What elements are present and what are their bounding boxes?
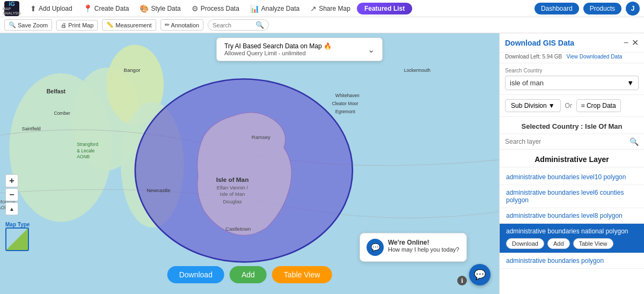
right-panel: Download GIS Data − ✕ Download Left: 5.9… [499, 33, 644, 294]
nav-right: Dashboard Products J [535, 2, 640, 16]
ai-banner-chevron-icon[interactable]: ⌄ [368, 45, 375, 55]
download-left-text: Download Left: 5.94 GB [505, 54, 562, 60]
map-add-button[interactable]: Add [230, 266, 267, 283]
crop-icon: ⌗ [581, 102, 585, 109]
featured-list-button[interactable]: Featured List [357, 3, 412, 14]
layer-item[interactable]: administrative boundaries level8 polygon [500, 208, 644, 224]
map-type-label: Map Type [5, 222, 30, 227]
panel-close-button[interactable]: ✕ [632, 38, 639, 48]
info-icon[interactable]: ℹ [457, 276, 467, 285]
add-upload-icon: ⬆ [30, 4, 36, 13]
create-data-icon: 📍 [83, 4, 92, 13]
svg-text:Castletown: Castletown [225, 226, 251, 232]
nav-analyze-data[interactable]: 📊 Analyze Data [246, 2, 304, 15]
svg-text:Cleator Moor: Cleator Moor [332, 101, 358, 106]
svg-text:Newcastle: Newcastle [147, 187, 170, 193]
nav-add-upload[interactable]: ⬆ Add Upload [26, 2, 77, 15]
table_view-button[interactable]: Table View [573, 238, 613, 249]
products-button[interactable]: Products [583, 3, 621, 14]
country-select[interactable]: isle of man ▼ [505, 76, 639, 90]
layer-item[interactable]: administrative boundaries level10 polygo… [500, 170, 644, 185]
top-navbar: iG MAPANALYSIS ⬆ Add Upload 📍 Create Dat… [0, 0, 644, 17]
measurement-button[interactable]: 📏 Measurement [102, 19, 156, 31]
logo: iG MAPANALYSIS [4, 1, 19, 16]
svg-text:Isle of Man: Isle of Man [216, 176, 249, 183]
chat-widget: 💬 We're Online! How may I help you today… [360, 233, 467, 262]
nav-create-data-label: Create Data [94, 5, 129, 12]
sub-division-label: Sub Division [511, 102, 547, 109]
reset-bearing-button[interactable]: ▲ [5, 202, 18, 215]
map-type-thumbnail[interactable] [5, 227, 29, 251]
add-button[interactable]: Add [547, 238, 570, 249]
layer-item[interactable]: administrative boundaries national polyg… [500, 224, 644, 253]
print-map-label: Print Map [68, 22, 93, 28]
annotation-label: Annotation [171, 22, 200, 28]
crop-data-button[interactable]: ⌗ Crop Data [576, 99, 621, 112]
search-layer-input[interactable] [505, 138, 627, 145]
search-layer-icon[interactable]: 🔍 [630, 137, 639, 146]
sub-division-chevron-icon: ▼ [548, 102, 555, 109]
process-data-icon: ⚙ [192, 4, 199, 13]
ai-banner-line2: Allowed Query Limit - unlimited [224, 50, 363, 56]
map-container[interactable]: Isle of Man Ellan Vannin / Isle of Man D… [0, 33, 499, 294]
sub-division-button[interactable]: Sub Division ▼ [505, 99, 561, 112]
zoom-in-button[interactable]: + [5, 174, 18, 187]
nav-create-data[interactable]: 📍 Create Data [79, 2, 134, 15]
zoom-out-button[interactable]: − [5, 188, 18, 201]
annotation-button[interactable]: ✏ Annotation [160, 19, 204, 31]
chat-icon[interactable]: 💬 [469, 264, 491, 285]
annotation-icon: ✏ [165, 21, 170, 28]
nav-share-map[interactable]: ↗ Share Map [306, 2, 355, 15]
dashboard-button[interactable]: Dashboard [535, 3, 579, 14]
svg-text:Saintfield: Saintfield [22, 126, 41, 131]
nav-process-data[interactable]: ⚙ Process Data [187, 2, 244, 15]
nav-style-data[interactable]: 🎨 Style Data [135, 2, 185, 15]
svg-text:Belfast: Belfast [47, 88, 66, 94]
svg-text:Egremont: Egremont [335, 109, 356, 114]
svg-text:Whitehaven: Whitehaven [335, 93, 360, 98]
view-downloaded-link[interactable]: View Downloaded Data [567, 54, 623, 60]
save-zoom-icon: 🔍 [9, 21, 16, 28]
map-download-button[interactable]: Download [167, 266, 224, 283]
save-zoom-button[interactable]: 🔍 Save Zoom [4, 19, 52, 31]
panel-minimize-button[interactable]: − [624, 38, 628, 48]
panel-header-actions: − ✕ [624, 38, 639, 48]
ai-banner: Try AI Based Search Data on Map 🔥 Allowe… [216, 38, 383, 61]
ai-banner-line1: Try AI Based Search Data on Map 🔥 [224, 42, 363, 50]
selected-country-label: Selected Country : Isle Of Man [500, 117, 644, 134]
svg-text:Bangor: Bangor [124, 67, 141, 73]
user-avatar[interactable]: J [626, 2, 640, 16]
nav-share-map-label: Share Map [319, 5, 350, 12]
layer-item[interactable]: administrative boundaries polygon [500, 253, 644, 269]
active-layer-buttons: DownloadAddTable View [506, 238, 638, 249]
svg-text:Strangford: Strangford [77, 142, 98, 147]
search-layer-row[interactable]: 🔍 [500, 134, 644, 150]
admin-layer-title: Administrative Layer [500, 150, 644, 167]
crop-data-label: Crop Data [587, 102, 616, 109]
download-button[interactable]: Download [506, 238, 544, 249]
download-info: Download Left: 5.94 GB View Downloaded D… [500, 53, 644, 63]
layer-item[interactable]: administrative boundaries level6 countie… [500, 185, 644, 208]
layer-list: administrative boundaries level10 polygo… [500, 167, 644, 271]
save-zoom-label: Save Zoom [18, 22, 48, 28]
sub-division-row: Sub Division ▼ Or ⌗ Crop Data [500, 95, 644, 117]
map-table-view-button[interactable]: Table View [272, 266, 332, 283]
analyze-data-icon: 📊 [250, 4, 259, 13]
style-data-icon: 🎨 [140, 4, 149, 13]
main-area: Isle of Man Ellan Vannin / Isle of Man D… [0, 33, 644, 294]
search-box[interactable]: 🔍 [208, 19, 269, 31]
svg-text:AONB: AONB [77, 154, 90, 159]
nav-style-data-label: Style Data [151, 5, 180, 12]
chat-subtitle: How may I help you today? [388, 246, 459, 253]
measurement-icon: 📏 [106, 21, 114, 28]
country-dropdown-icon: ▼ [627, 79, 634, 87]
or-label: Or [565, 102, 572, 109]
nav-analyze-data-label: Analyze Data [261, 5, 299, 12]
print-map-button[interactable]: 🖨 Print Map [56, 20, 98, 31]
search-input[interactable] [213, 22, 255, 28]
svg-text:Ramsey: Ramsey [252, 134, 270, 140]
svg-text:Isle of Man: Isle of Man [220, 191, 245, 197]
svg-text:& Lecale: & Lecale [77, 148, 94, 153]
search-country-section: Search Country isle of man ▼ [500, 63, 644, 95]
chat-title: We're Online! [388, 239, 459, 246]
